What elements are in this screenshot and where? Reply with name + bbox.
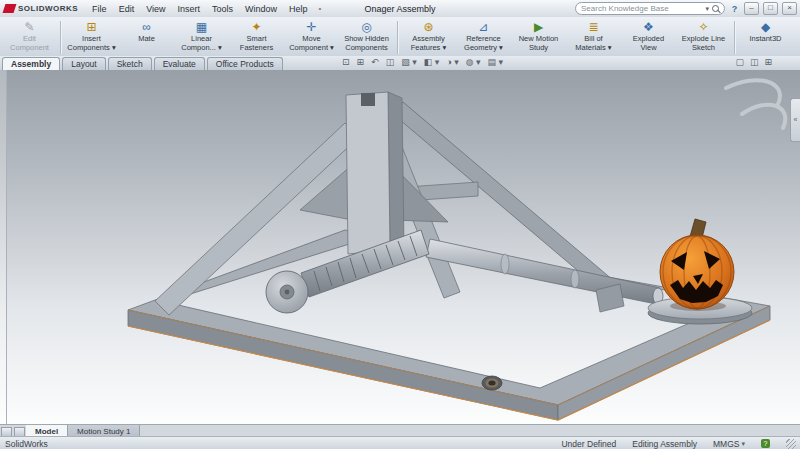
menu-file[interactable]: File	[86, 4, 113, 14]
units-selector[interactable]: MMGS ▾	[713, 439, 745, 449]
post-top-notch	[361, 93, 375, 106]
smart-fasteners-icon: ✦	[251, 21, 261, 35]
post-front	[346, 92, 390, 254]
solidworks-logo-icon	[3, 4, 17, 13]
onager-assembly-model	[0, 70, 800, 424]
tab-evaluate[interactable]: Evaluate	[154, 57, 205, 70]
restore-button[interactable]: □	[763, 2, 778, 15]
ribbon-divider	[734, 21, 735, 54]
solidworks-watermark	[726, 80, 785, 128]
exploded-view-icon: ❖	[643, 21, 654, 35]
ribbon-divider	[397, 21, 398, 54]
command-tab-row: Assembly Layout Sketch Evaluate Office P…	[0, 56, 800, 71]
exploded-view-button[interactable]: ❖ Exploded View	[621, 18, 676, 57]
task-pane-collapse-tab[interactable]: «	[790, 98, 800, 142]
bill-of-materials-icon: ≣	[588, 21, 598, 35]
menu-insert[interactable]: Insert	[172, 4, 207, 14]
move-component-button[interactable]: ✛ Move Component ▾	[284, 18, 339, 57]
zoom-to-area-icon[interactable]: ⊞	[357, 57, 365, 67]
instant3d-icon: ◆	[761, 21, 770, 35]
editing-mode: Editing Assembly	[632, 439, 697, 449]
two-viewport-icon[interactable]: ◫	[750, 57, 759, 67]
search-dropdown-icon[interactable]: ▾	[705, 5, 709, 13]
hide-show-items-icon[interactable]: ◑ ▾	[446, 57, 458, 67]
status-app-label: SolidWorks	[5, 439, 48, 449]
edit-component-icon: ✎	[24, 21, 34, 35]
show-hidden-components-button[interactable]: ◎ Show Hidden Components	[339, 18, 394, 57]
explode-line-sketch-button[interactable]: ✧ Explode Line Sketch	[676, 18, 731, 57]
insert-components-icon: ⊞	[86, 21, 96, 35]
throwing-arm[interactable]	[426, 239, 663, 312]
section-view-icon[interactable]: ◫	[386, 57, 395, 67]
show-hidden-components-icon: ◎	[361, 21, 371, 35]
assembly-features-button[interactable]: ⊛ Assembly Features ▾	[401, 18, 456, 57]
app-name: SOLIDWORKS	[18, 4, 78, 13]
status-bar: SolidWorks Under Defined Editing Assembl…	[0, 436, 800, 449]
minimize-button[interactable]: –	[744, 2, 759, 15]
viewport-pane-icons: ▢ ◫ ⊞	[735, 57, 772, 67]
mate-button[interactable]: ∞ Mate	[119, 18, 174, 57]
command-manager-ribbon: ✎ Edit Component ⊞ Insert Components ▾ ∞…	[0, 17, 800, 58]
four-viewport-icon[interactable]: ⊞	[764, 57, 772, 67]
search-icon[interactable]	[712, 5, 719, 12]
define-status: Under Defined	[561, 439, 616, 449]
view-orientation-icon[interactable]: ▧ ▾	[401, 57, 417, 67]
heads-up-view-toolbar: ⊡ ⊞ ↶ ◫ ▧ ▾ ◧ ▾ ◑ ▾ ◍ ▾ ▤ ▾	[342, 57, 503, 67]
linear-component-pattern-button[interactable]: ▦ Linear Compon... ▾	[174, 18, 229, 57]
menu-view[interactable]: View	[140, 4, 171, 14]
reference-geometry-button[interactable]: ⊿ Reference Geometry ▾	[456, 18, 511, 57]
menu-edit[interactable]: Edit	[113, 4, 141, 14]
linear-component-pattern-icon: ▦	[196, 21, 207, 35]
post-side	[388, 92, 404, 250]
explode-line-sketch-icon: ✧	[698, 21, 708, 35]
mate-icon: ∞	[142, 21, 151, 35]
zoom-to-fit-icon[interactable]: ⊡	[342, 57, 350, 67]
units-dropdown-icon: ▾	[741, 440, 745, 448]
assembly-features-icon: ⊛	[423, 21, 433, 35]
move-component-icon: ✛	[306, 21, 316, 35]
new-motion-study-icon: ▶	[534, 21, 543, 35]
search-placeholder: Search Knowledge Base	[581, 4, 705, 13]
title-bar: SOLIDWORKS File Edit View Insert Tools W…	[0, 0, 800, 18]
close-button[interactable]: ×	[782, 2, 797, 15]
menu-window[interactable]: Window	[239, 4, 283, 14]
resize-grip[interactable]	[786, 439, 796, 449]
insert-components-button[interactable]: ⊞ Insert Components ▾	[64, 18, 119, 57]
single-viewport-icon[interactable]: ▢	[735, 57, 744, 67]
feature-manager-splitter[interactable]	[0, 70, 7, 424]
pin-icon[interactable]: •	[314, 4, 327, 13]
quick-tips-icon[interactable]: ?	[761, 439, 770, 448]
tab-sketch[interactable]: Sketch	[108, 57, 152, 70]
new-motion-study-button[interactable]: ▶ New Motion Study	[511, 18, 566, 57]
search-input[interactable]: Search Knowledge Base ▾	[575, 2, 725, 15]
edit-component-button[interactable]: ✎ Edit Component	[2, 18, 57, 57]
pumpkin[interactable]	[660, 219, 734, 309]
instant3d-button[interactable]: ◆ Instant3D	[738, 18, 793, 57]
frame-bushing[interactable]	[482, 376, 502, 390]
graphics-area[interactable]: «	[0, 70, 800, 424]
tab-layout[interactable]: Layout	[62, 57, 106, 70]
tab-office-products[interactable]: Office Products	[207, 57, 283, 70]
edit-appearance-icon[interactable]: ◍ ▾	[466, 57, 481, 67]
previous-view-icon[interactable]: ↶	[371, 57, 379, 67]
display-style-icon[interactable]: ◧ ▾	[424, 57, 440, 67]
tab-assembly[interactable]: Assembly	[2, 57, 60, 70]
menu-help[interactable]: Help	[283, 4, 314, 14]
menu-tools[interactable]: Tools	[206, 4, 239, 14]
ribbon-divider	[60, 21, 61, 54]
help-icon[interactable]: ?	[729, 4, 740, 14]
apply-scene-icon[interactable]: ▤ ▾	[488, 57, 504, 67]
bill-of-materials-button[interactable]: ≣ Bill of Materials ▾	[566, 18, 621, 57]
reference-geometry-icon: ⊿	[478, 21, 488, 35]
smart-fasteners-button[interactable]: ✦ Smart Fasteners	[229, 18, 284, 57]
document-title: Onager Assembly	[364, 4, 435, 14]
pivot-disc[interactable]	[266, 271, 308, 313]
